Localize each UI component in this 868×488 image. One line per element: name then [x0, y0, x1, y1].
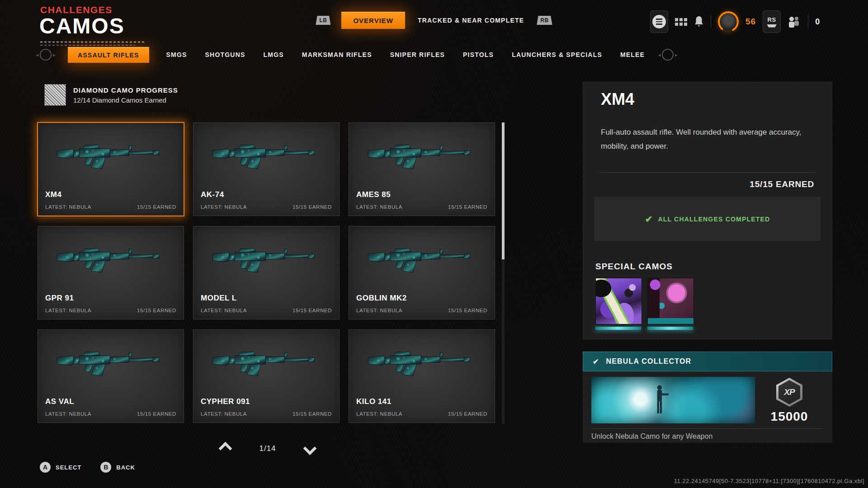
camo-glow-bar	[595, 327, 641, 330]
bell-icon[interactable]	[694, 16, 704, 28]
diamond-progress-title: DIAMOND CAMO PROGRESS	[73, 86, 178, 94]
category-tab[interactable]: LMGS	[263, 47, 285, 62]
weapon-card[interactable]: GPR 91 LATEST: NEBULA 15/15 EARNED	[38, 226, 184, 319]
rank-number: 56	[745, 17, 756, 27]
category-tab-bar: ASSAULT RIFLESSMGSSHOTGUNSLMGSMARKSMAN R…	[40, 46, 674, 63]
weapon-name: AMES 85	[356, 190, 391, 199]
dpad-left-icon	[40, 49, 52, 61]
page-indicator: 1/14	[259, 444, 276, 453]
camo-thumbnail	[647, 278, 694, 324]
category-tab[interactable]: SNIPER RIFLES	[389, 47, 446, 62]
rs-stick-button[interactable]: RS	[763, 10, 781, 33]
weapon-earned-count: 15/15 EARNED	[137, 411, 176, 417]
weapon-name: KILO 141	[356, 397, 392, 406]
special-camos-title: SPECIAL CAMOS	[595, 262, 673, 272]
weapon-latest-camo: LATEST: NEBULA	[45, 204, 91, 210]
menu-button[interactable]	[650, 10, 668, 33]
weapon-card[interactable]: AS VAL LATEST: NEBULA 15/15 EARNED	[38, 329, 184, 423]
hud-cluster: 56 RS 0	[650, 10, 820, 33]
weapon-grid: XM4 LATEST: NEBULA 15/15 EARNED AK-74 LA…	[38, 122, 495, 423]
tab-tracked-near-complete[interactable]: TRACKED & NEAR COMPLETE	[416, 12, 526, 28]
weapon-earned-count: 15/15 EARNED	[292, 411, 332, 417]
weapon-card[interactable]: MODEL L LATEST: NEBULA 15/15 EARNED	[193, 226, 340, 319]
detail-weapon-title: XM4	[601, 90, 634, 109]
weapon-latest-camo: LATEST: NEBULA	[45, 411, 91, 417]
party-count: 0	[815, 17, 820, 27]
weapon-detail-panel: XM4 Full-auto assault rifle. Well rounde…	[583, 82, 832, 339]
nebula-collector-image	[591, 377, 755, 423]
diamond-progress-subtitle: 12/14 Diamond Camos Earned	[73, 96, 178, 104]
category-tab[interactable]: MARKSMAN RIFLES	[301, 47, 373, 62]
divider	[711, 15, 711, 28]
weapon-name: GOBLIN MK2	[356, 294, 407, 303]
category-tab[interactable]: MELEE	[619, 47, 646, 62]
weapon-image	[363, 232, 481, 290]
back-label: BACK	[116, 464, 135, 471]
weapon-card[interactable]: AK-74 LATEST: NEBULA 15/15 EARNED	[193, 122, 340, 216]
back-button[interactable]: B BACK	[100, 462, 135, 473]
dpad-right-icon	[662, 49, 674, 61]
special-camo-retro-computer[interactable]	[647, 278, 693, 330]
divider	[600, 172, 815, 173]
weapon-image	[207, 232, 326, 290]
grid-dots-icon[interactable]	[675, 18, 687, 26]
nebula-collector-header: ✔ NEBULA COLLECTOR	[583, 352, 832, 371]
diamond-camo-swatch-icon	[44, 84, 66, 106]
weapon-latest-camo: LATEST: NEBULA	[356, 308, 402, 313]
grid-pager: 1/14	[221, 444, 315, 453]
special-camo-psychedelic[interactable]	[595, 278, 641, 330]
weapon-image	[52, 128, 170, 186]
rs-label: RS	[768, 16, 776, 23]
category-tab[interactable]: PISTOLS	[462, 47, 495, 62]
detail-weapon-description: Full-auto assault rifle. Well rounded wi…	[601, 125, 813, 154]
weapon-name: CYPHER 091	[201, 397, 250, 406]
select-button[interactable]: A SELECT	[40, 462, 81, 473]
camos-screen: CHALLENGES CAMOS LB OVERVIEW TRACKED & N…	[0, 0, 868, 488]
weapon-latest-camo: LATEST: NEBULA	[356, 204, 402, 210]
weapon-name: MODEL L	[201, 294, 237, 303]
weapon-image	[363, 335, 481, 393]
weapon-card[interactable]: GOBLIN MK2 LATEST: NEBULA 15/15 EARNED	[349, 226, 495, 319]
divider	[808, 15, 808, 28]
weapon-card[interactable]: AMES 85 LATEST: NEBULA 15/15 EARNED	[349, 122, 495, 216]
tab-overview[interactable]: OVERVIEW	[341, 12, 405, 29]
checkmark-icon: ✔	[593, 357, 599, 366]
category-tab[interactable]: LAUNCHERS & SPECIALS	[511, 47, 603, 62]
weapon-name: AS VAL	[45, 397, 74, 406]
page-up-icon[interactable]	[219, 442, 232, 455]
grid-scrollbar-thumb[interactable]	[502, 122, 505, 259]
special-camo-list	[595, 278, 693, 330]
weapon-name: GPR 91	[45, 294, 74, 303]
weapon-name: XM4	[45, 190, 61, 199]
page-down-icon[interactable]	[303, 442, 317, 455]
xp-hex-icon: XP	[776, 378, 802, 407]
weapon-latest-camo: LATEST: NEBULA	[201, 411, 247, 417]
category-tab[interactable]: SMGS	[165, 47, 188, 62]
a-button-icon: A	[40, 462, 51, 473]
weapon-latest-camo: LATEST: NEBULA	[201, 204, 247, 210]
category-tab[interactable]: SHOTGUNS	[204, 47, 246, 62]
weapon-card[interactable]: KILO 141 LATEST: NEBULA 15/15 EARNED	[349, 329, 495, 423]
b-button-icon: B	[100, 462, 111, 473]
camo-thumbnail	[595, 278, 642, 324]
xp-value: 15000	[765, 409, 813, 424]
weapon-image	[52, 335, 170, 393]
menu-icon	[652, 15, 666, 28]
controller-hints: A SELECT B BACK	[40, 462, 135, 473]
nebula-collector-card[interactable]: ✔ NEBULA COLLECTOR XP 15000 Unlock Nebul…	[583, 352, 832, 443]
lb-bumper-icon: LB	[316, 16, 330, 25]
xp-label: XP	[784, 387, 794, 397]
grid-scrollbar-track	[502, 122, 505, 424]
select-label: SELECT	[56, 464, 81, 471]
weapon-card[interactable]: CYPHER 091 LATEST: NEBULA 15/15 EARNED	[193, 329, 340, 423]
weapon-card[interactable]: XM4 LATEST: NEBULA 15/15 EARNED	[37, 122, 184, 216]
challenges-completed-box: ✔ ALL CHALLENGES COMPLETED	[594, 197, 821, 241]
weapon-earned-count: 15/15 EARNED	[137, 204, 176, 210]
people-icon[interactable]	[788, 15, 801, 28]
detail-earned-count: 15/15 EARNED	[750, 179, 814, 189]
category-tab[interactable]: ASSAULT RIFLES	[68, 47, 149, 63]
weapon-earned-count: 15/15 EARNED	[448, 204, 487, 210]
nebula-collector-title: NEBULA COLLECTOR	[606, 357, 691, 366]
rank-emblem-icon[interactable]	[718, 11, 739, 32]
camo-glow-bar	[647, 327, 693, 330]
